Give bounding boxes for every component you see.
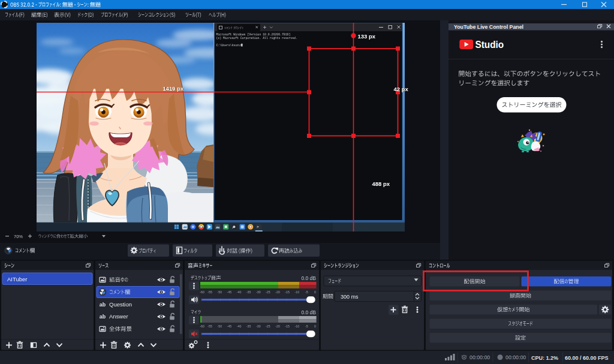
svg-text:0.0 dB: 0.0 dB <box>301 309 316 315</box>
svg-text:-5: -5 <box>305 290 308 294</box>
svg-text:0.0 dB: 0.0 dB <box>301 275 316 281</box>
svg-text:00:00:00: 00:00:00 <box>505 354 526 360</box>
svg-text:-10: -10 <box>294 324 299 328</box>
svg-text:-40: -40 <box>237 290 242 294</box>
svg-text:CPU: 1.2%: CPU: 1.2% <box>531 355 558 361</box>
svg-text:60.00 / 60.00 FPS: 60.00 / 60.00 FPS <box>565 355 609 361</box>
svg-text:-35: -35 <box>246 290 251 294</box>
svg-text:-55: -55 <box>207 324 212 328</box>
svg-text:300 ms: 300 ms <box>341 294 359 300</box>
svg-text:133 px: 133 px <box>358 33 376 40</box>
svg-text:-10: -10 <box>294 290 299 294</box>
svg-text:1419 px: 1419 px <box>163 85 185 92</box>
svg-text:Question: Question <box>109 301 132 308</box>
svg-text:-30: -30 <box>256 324 261 328</box>
svg-text:-60: -60 <box>200 324 204 328</box>
svg-text:-40: -40 <box>237 324 242 328</box>
svg-text:-55: -55 <box>207 290 212 294</box>
svg-text:ab: ab <box>100 314 106 320</box>
svg-text:-15: -15 <box>285 324 290 328</box>
svg-text:-20: -20 <box>275 290 280 294</box>
svg-text:-45: -45 <box>227 290 232 294</box>
svg-text:-50: -50 <box>217 324 222 328</box>
svg-text:0: 0 <box>314 324 316 328</box>
svg-text:YouTube Live Control Panel: YouTube Live Control Panel <box>454 24 523 30</box>
svg-text:-35: -35 <box>246 324 251 328</box>
svg-text:42 px: 42 px <box>394 86 409 92</box>
svg-text:Studio: Studio <box>475 40 504 50</box>
svg-text:0: 0 <box>314 290 316 294</box>
svg-text:-45: -45 <box>227 324 232 328</box>
svg-text:-5: -5 <box>305 324 308 328</box>
svg-text:Microsoft Windows [Version 10.: Microsoft Windows [Version 10.0.26200.70… <box>216 33 291 36</box>
svg-text:-60: -60 <box>200 290 204 294</box>
svg-text:-30: -30 <box>256 290 261 294</box>
svg-text:-25: -25 <box>266 290 270 294</box>
svg-text:Answer: Answer <box>109 313 128 320</box>
svg-text:(c) Microsoft Corporation. All: (c) Microsoft Corporation. All rights re… <box>216 37 297 40</box>
svg-text:-20: -20 <box>275 324 280 328</box>
svg-text:-15: -15 <box>285 290 290 294</box>
svg-text:-25: -25 <box>266 324 270 328</box>
svg-text:70%: 70% <box>14 234 23 239</box>
svg-text:488 px: 488 px <box>372 181 390 187</box>
svg-text:ab: ab <box>100 302 106 308</box>
svg-text:00:00:00: 00:00:00 <box>469 354 490 360</box>
svg-text:AITuber: AITuber <box>7 276 27 282</box>
svg-text:C:\Users\ksuzu>: C:\Users\ksuzu> <box>216 44 242 47</box>
svg-text:-50: -50 <box>217 290 222 294</box>
